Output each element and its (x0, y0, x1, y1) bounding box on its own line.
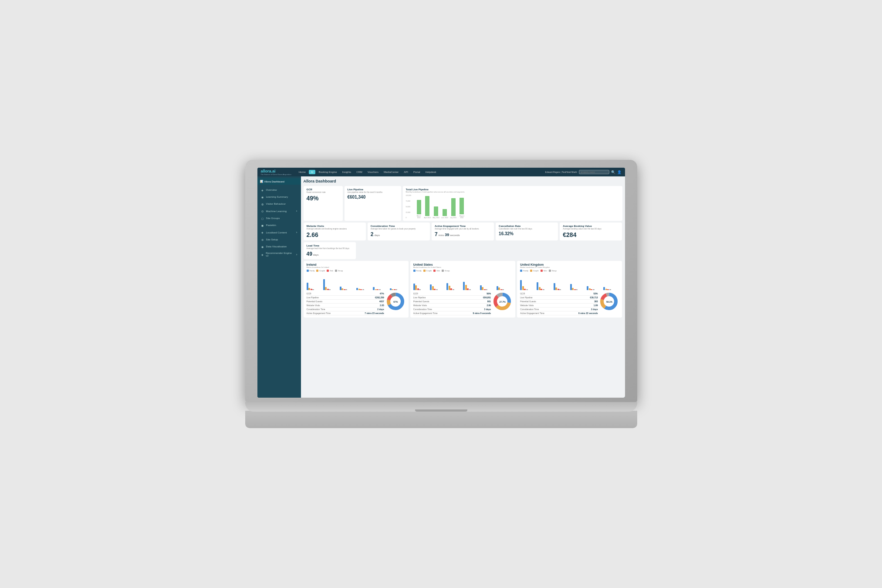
nav-tab-insights[interactable]: Insights (340, 170, 354, 174)
country-stat-value: 53% (593, 292, 598, 295)
sidebar-item-visitor[interactable]: ◍ Visitor Behaviour (257, 200, 301, 207)
legend-dot (307, 270, 309, 272)
country-stat-label: Website Visits (307, 304, 320, 307)
country-segment-bar (469, 289, 471, 290)
sidebar-item-setup[interactable]: ⚙ Site Setup (257, 236, 301, 243)
country-bar-group (537, 282, 552, 291)
country-stat-row: Website Visits2.86 (413, 304, 491, 308)
gcr-sub: Guest conversion rate (307, 191, 340, 193)
bar-label: July 2022 (450, 217, 456, 219)
legend-item: Couple (423, 270, 432, 272)
nav-tab-ai[interactable]: AI (309, 170, 316, 174)
country-segment-bar (375, 289, 377, 290)
country-bar-group (497, 286, 512, 290)
content-area: Allora Dashboard GCR Guest conversion ra… (301, 176, 625, 398)
laptop-keyboard (245, 411, 637, 428)
country-bar-group (603, 287, 619, 290)
user-icon[interactable]: 👤 (617, 170, 622, 174)
country-stat-value: 2 days (377, 308, 384, 311)
user-label: Edward.Rogers | TestHotel Mariti (545, 171, 577, 173)
country-segment-bar (327, 289, 329, 290)
bar-group: July 2022 (449, 198, 457, 219)
country-bar-chart (520, 273, 619, 290)
sidebar-item-overview[interactable]: ◈ Overview (257, 186, 301, 193)
country-stat-row: Consideration Time2 days (307, 308, 384, 311)
nav-tab-vouchers[interactable]: Vouchers (365, 170, 381, 174)
donut-chart: 27.7% (493, 292, 512, 311)
pipeline-bar (443, 209, 447, 216)
country-segment-bar (486, 289, 487, 290)
sidebar-item-pastebin[interactable]: ◼ Pastebin (257, 222, 301, 229)
legend-label: Solo (544, 270, 547, 272)
legend-dot (442, 270, 444, 272)
bar-label: May 2022 (433, 217, 439, 219)
country-segment-bar (543, 289, 544, 290)
country-segment-bar (341, 288, 343, 291)
country-stat-value: 2 days (591, 308, 598, 311)
country-segment-bar (593, 289, 595, 290)
legend-item: Couple (530, 270, 539, 272)
country-stats-left: GCR53%Live Pipeline€39,713Potential Gues… (520, 292, 598, 315)
country-stat-label: Consideration Time (413, 308, 432, 311)
nav-tab-crm[interactable]: CRM (354, 170, 365, 174)
country-stat-value: €292,259 (375, 296, 384, 299)
country-segment-bar (329, 289, 331, 290)
country-stat-row: GCR56% (413, 292, 491, 296)
local-icon: ◈ (261, 231, 264, 234)
country-bar-group (307, 283, 322, 290)
nav-tab-portal[interactable]: Portal (411, 170, 422, 174)
country-segment-bar (345, 289, 347, 290)
sidebar-item-dataviz[interactable]: ◉ Data Visualisation (257, 243, 301, 250)
page-title: Allora Dashboard (304, 179, 622, 183)
pipeline-bar (451, 198, 456, 216)
cancellation-rate-value: 16.32% (499, 231, 555, 236)
active-engagement-value: 7 mins 39 seconds (435, 231, 491, 237)
nav-tab-api[interactable]: API (402, 170, 410, 174)
country-bar-group (356, 288, 372, 291)
country-segment-bar (498, 287, 500, 290)
country-stat-row: Website Visits2.83 (307, 304, 384, 308)
sidebar-item-learning[interactable]: ◉ Learning Summary (257, 193, 301, 200)
y-labels: 100,000 75,000 50,000 25,000 0 (406, 195, 412, 219)
country-bar-chart (413, 273, 512, 290)
country-bar-group (390, 288, 406, 291)
sidebar-brand-label: Allora Dashboard (264, 180, 284, 183)
country-segment-bar (325, 287, 327, 290)
donut-chart: 67% (386, 292, 406, 311)
country-segment-bar (603, 287, 605, 290)
country-stat-label: Live Pipeline (413, 296, 426, 299)
country-bar-group (480, 285, 496, 290)
country-stat-label: Active Engagement Time (307, 312, 331, 314)
country-bar-group (520, 280, 536, 290)
nav-tab-home[interactable]: Home (297, 170, 308, 174)
country-segment-bar (500, 289, 502, 290)
nav-tab-mediacenter[interactable]: MediaCenter (382, 170, 401, 174)
legend-label: Group (445, 270, 449, 272)
nav-tab-booking[interactable]: Booking Engine (316, 170, 339, 174)
country-legend: FamilyCoupleSoloGroup (413, 270, 512, 272)
country-segment-bar (537, 282, 538, 291)
website-visits-value: 2.66 (307, 231, 363, 238)
nav-tab-helpdesk[interactable]: Helpdesk (423, 170, 439, 174)
engagement-mins: 7 (435, 231, 438, 237)
y-label-3: 25,000 (406, 212, 412, 213)
visitor-icon: ◍ (261, 202, 264, 206)
search-icon[interactable]: 🔍 (611, 170, 615, 174)
sidebar-item-recommender[interactable]: ◈ Recommender Engine v2 (257, 250, 301, 259)
country-stat-value: 3 days (484, 308, 491, 311)
sidebar-item-sitegroups[interactable]: ◻ Site Groups (257, 215, 301, 222)
country-segment-bar (591, 289, 592, 290)
consideration-time-title: Consideration Time (371, 225, 427, 227)
country-title: United States (413, 263, 512, 266)
country-stat-label: GCR (307, 292, 311, 295)
sidebar-item-localised[interactable]: ◈ Localised Content (257, 229, 301, 236)
sidebar-item-ml[interactable]: ◎ Machine Learning (257, 207, 301, 215)
country-stat-value: 2.86 (487, 304, 491, 307)
country-segment-bar (574, 289, 576, 290)
bar-group: March 2022 (415, 200, 422, 219)
bar-label: August 2022 (458, 215, 466, 219)
laptop-container: allora.ai The Science of Direct Guest Ac… (245, 160, 637, 428)
country-card-united-kingdom: United KingdomMarket breakdown for Unite… (517, 261, 622, 318)
country-sub: Market breakdown for United States (413, 266, 512, 268)
search-input[interactable] (579, 170, 609, 174)
